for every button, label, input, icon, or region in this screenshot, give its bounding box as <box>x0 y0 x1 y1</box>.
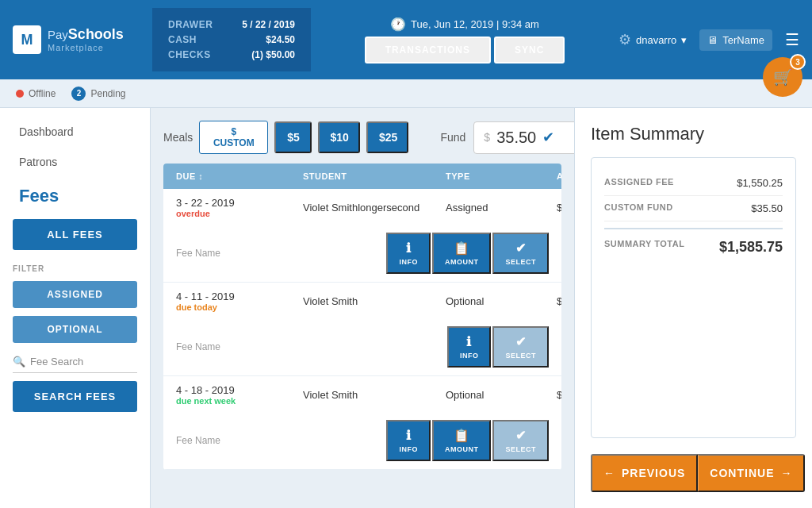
select-button-3[interactable]: ✔ SELECT <box>492 420 549 461</box>
all-fees-button[interactable]: ALL FEES <box>13 219 137 250</box>
fee-date-2: 4 - 11 - 2019 due today <box>176 291 303 312</box>
logo-schools: Schools <box>68 27 124 43</box>
cash-label: CASH <box>168 34 197 45</box>
custom-fund-value: $35.50 <box>751 202 783 214</box>
hamburger-menu[interactable]: ☰ <box>785 30 799 49</box>
fee-row-3-actions: Fee Name ℹ INFO 📋 AMOUNT ✔ <box>163 414 561 469</box>
pending-label: Pending <box>90 88 125 99</box>
fee-type-1: Assigned <box>446 202 557 214</box>
drawer-label: DRAWER <box>168 19 213 30</box>
fee-type-2: Optional <box>446 295 557 307</box>
select-button-2[interactable]: ✔ SELECT <box>492 326 549 368</box>
header-right: ⚙ dnavarro ▾ 🖥 TerName ☰ <box>619 29 799 51</box>
optional-filter-button[interactable]: OPTIONAL <box>13 316 137 343</box>
username: dnavarro <box>636 34 676 46</box>
header-tabs: TRANSACTIONS SYNC <box>365 37 565 64</box>
info-icon-2: ℹ <box>466 334 472 349</box>
previous-button[interactable]: ← PREVIOUS <box>591 454 698 492</box>
dollar-sign-icon: $ <box>484 131 490 144</box>
offline-dot-icon <box>16 90 24 98</box>
fund-input[interactable]: $ 35.50 ✔ <box>473 121 574 154</box>
table-row: 4 - 18 - 2019 due next week Violet Smith… <box>163 376 561 470</box>
assigned-filter-button[interactable]: ASSIGNED <box>13 281 137 308</box>
check-icon: ✔ <box>542 129 554 146</box>
cart-button[interactable]: 🛒 3 <box>763 57 802 97</box>
amount-button-1[interactable]: 📋 AMOUNT <box>432 233 492 274</box>
terminal-name: TerName <box>722 34 764 46</box>
summary-title: Item Summary <box>591 124 796 144</box>
meals-section: Meals $ CUSTOM $5 $10 $25 <box>163 121 408 154</box>
user-area[interactable]: ⚙ dnavarro ▾ <box>619 31 687 48</box>
fees-table: DUE ↕ STUDENT TYPE AMOUNT 3 - 22 - 2019 … <box>163 164 561 470</box>
info-icon: ℹ <box>406 241 412 256</box>
fee-name-2: Fee Name <box>176 341 447 352</box>
terminal-area: 🖥 TerName <box>699 29 772 51</box>
info-button-1[interactable]: ℹ INFO <box>386 233 431 274</box>
offline-label: Offline <box>29 88 56 99</box>
custom-fund-label: CUSTOM FUND <box>604 202 673 214</box>
meal-5-button[interactable]: $5 <box>274 121 311 153</box>
type-column-header: TYPE <box>446 171 557 181</box>
fee-search-placeholder: Fee Search <box>30 356 83 368</box>
datetime: 🕐 Tue, Jun 12, 2019 | 9:34 am <box>390 17 539 32</box>
info-button-3[interactable]: ℹ INFO <box>386 420 431 461</box>
meal-10-button[interactable]: $10 <box>318 121 360 153</box>
select-icon-3: ✔ <box>515 428 527 443</box>
clock-icon: 🕐 <box>390 17 406 32</box>
filter-label: FILTER <box>13 264 137 273</box>
fund-value: 35.50 <box>496 129 536 147</box>
pending-status: 2 Pending <box>71 87 125 101</box>
custom-button[interactable]: $ CUSTOM <box>199 121 268 154</box>
sort-icon: ↕ <box>198 171 203 181</box>
drawer-date: 5 / 22 / 2019 <box>242 19 295 30</box>
custom-fund-row: CUSTOM FUND $35.50 <box>604 196 783 221</box>
logo-pay: Pay <box>48 29 68 42</box>
info-button-2[interactable]: ℹ INFO <box>447 326 492 368</box>
offline-status: Offline <box>16 88 56 99</box>
fee-row-2-actions: Fee Name ℹ INFO ✔ SELECT <box>163 320 561 375</box>
monitor-icon: 🖥 <box>707 34 718 46</box>
table-header: DUE ↕ STUDENT TYPE AMOUNT <box>163 164 561 189</box>
header-center: 🕐 Tue, Jun 12, 2019 | 9:34 am TRANSACTIO… <box>324 17 606 64</box>
cart-icon: 🛒 <box>773 67 793 87</box>
info-icon-3: ℹ <box>406 428 412 443</box>
continue-button[interactable]: CONTINUE → <box>698 454 805 492</box>
bottom-bar: ← PREVIOUS CONTINUE → <box>591 454 796 492</box>
datetime-text: Tue, Jun 12, 2019 | 9:34 am <box>411 18 539 30</box>
fee-date-3: 4 - 18 - 2019 due next week <box>176 384 303 406</box>
main-layout: Dashboard Patrons Fees ALL FEES FILTER A… <box>0 108 812 508</box>
select-icon-2: ✔ <box>515 334 527 349</box>
cont-arrow-icon: → <box>780 467 792 479</box>
select-button-1[interactable]: ✔ SELECT <box>492 233 549 274</box>
sidebar-item-dashboard[interactable]: Dashboard <box>13 121 137 143</box>
drawer-info: DRAWER 5 / 22 / 2019 CASH $24.50 CHECKS … <box>152 8 311 71</box>
checks-label: CHECKS <box>168 49 211 60</box>
search-icon: 🔍 <box>13 356 25 368</box>
summary-total-value: $1,585.75 <box>719 239 783 256</box>
sync-tab[interactable]: SYNC <box>494 37 565 64</box>
fee-student-1: Violet Smithlongersecond <box>303 202 446 214</box>
fee-name-1: Fee Name <box>176 248 386 259</box>
fee-search-field[interactable]: 🔍 Fee Search <box>13 351 137 373</box>
meals-label: Meals <box>163 131 193 144</box>
assigned-fee-label: ASSIGNED FEE <box>604 177 674 189</box>
select-icon: ✔ <box>515 241 527 256</box>
meal-25-button[interactable]: $25 <box>366 121 408 153</box>
summary-total-row: SUMMARY TOTAL $1,585.75 <box>604 228 783 265</box>
amount-icon-3: 📋 <box>454 428 470 443</box>
logo-text: Pay Schools Marketplace <box>48 27 124 52</box>
search-fees-button[interactable]: SEARCH FEES <box>13 381 137 412</box>
transactions-tab[interactable]: TRANSACTIONS <box>365 37 491 64</box>
fund-label: Fund <box>440 131 465 144</box>
sidebar-item-patrons[interactable]: Patrons <box>13 151 137 173</box>
fee-student-3: Violet Smith <box>303 389 446 401</box>
cash-value: $24.50 <box>266 34 295 45</box>
sidebar-item-fees[interactable]: Fees <box>13 181 137 211</box>
summary-total-label: SUMMARY TOTAL <box>604 239 684 256</box>
logo: M Pay Schools Marketplace <box>13 25 140 54</box>
dropdown-icon: ▾ <box>681 34 687 46</box>
amount-button-3[interactable]: 📋 AMOUNT <box>432 420 492 461</box>
table-row: 4 - 11 - 2019 due today Violet Smith Opt… <box>163 283 561 376</box>
fee-row-1-main: 3 - 22 - 2019 overdue Violet Smithlonger… <box>163 189 561 226</box>
fee-row-2-main: 4 - 11 - 2019 due today Violet Smith Opt… <box>163 283 561 320</box>
